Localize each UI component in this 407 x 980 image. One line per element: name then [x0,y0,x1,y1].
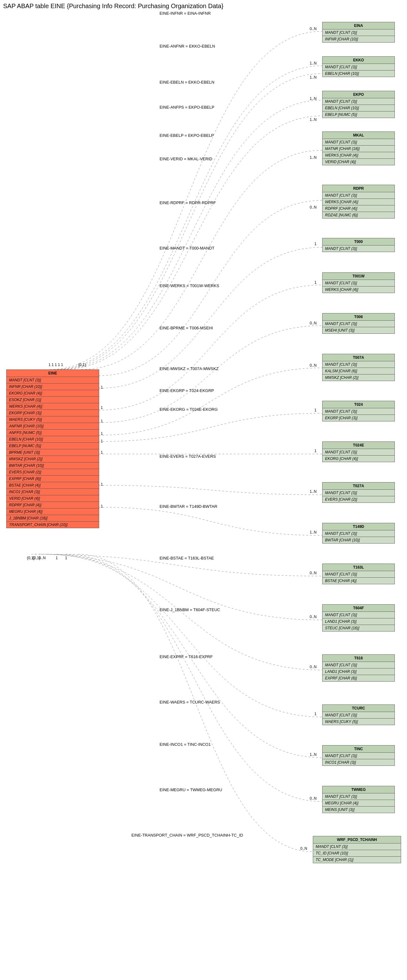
entity-header: EINE [6,370,99,377]
entity-field: TRANSPORT_CHAIN [CHAR (10)] [6,522,99,528]
entity-t163l: T163LMANDT [CLNT (3)]BSTAE [CHAR (4)] [322,563,395,584]
entity-t006: T006MANDT [CLNT (3)]MSEHI [UNIT (3)] [322,313,395,334]
entity-field: MANDT [CLNT (3)] [323,64,394,70]
entity-field: EBELP [NUMC (5)] [323,111,394,118]
cardinality-source: 1 [101,431,103,436]
entity-field: MANDT [CLNT (3)] [313,843,401,850]
entity-field: ANFPS [NUMC (5)] [6,430,99,436]
entity-field: MANDT [CLNT (3)] [323,612,394,618]
entity-twmeg: TWMEGMANDT [CLNT (3)]MEGRU [CHAR (4)]MEI… [322,786,395,813]
entity-wrf_pscd_tchainh: WRF_PSCD_TCHAINHMANDT [CLNT (3)]TC_ID [C… [313,836,401,863]
cardinality-target: 1..N [310,489,317,494]
relation-label: EINE-BWTAR = T149D-BWTAR [160,504,217,509]
cardinality-target: 0..N [310,27,317,31]
entity-header: T616 [323,655,394,662]
cardinality-target: 1..N [310,155,317,160]
cardinality-source: 1 [101,419,103,423]
cardinality-target: 0..N [310,205,317,210]
entity-field: MWSKZ [CHAR (2)] [6,456,99,463]
cardinality-target: 1 [314,712,317,716]
entity-header: T024E [323,442,394,449]
entity-field: EVERS [CHAR (2)] [6,469,99,476]
entity-rdpr: RDPRMANDT [CLNT (3)]WERKS [CHAR (4)]RDPR… [322,185,395,218]
entity-header: EKPO [323,91,394,98]
cardinality-source: 1 [55,363,57,367]
entity-field: WERKS [CHAR (4)] [323,199,394,205]
entity-ekpo: EKPOMANDT [CLNT (3)]EBELN [CHAR (10)]EBE… [322,91,395,118]
entity-header: T027A [323,482,394,490]
entity-t024e: T024EMANDT [CLNT (3)]EKORG [CHAR (4)] [322,441,395,462]
entity-field: INCO1 [CHAR (3)] [323,759,394,765]
cardinality-target: 1..N [310,75,317,80]
entity-header: WRF_PSCD_TCHAINH [313,836,401,843]
entity-field: EBELN [CHAR (10)] [6,436,99,443]
entity-field: VERID [CHAR (4)] [323,159,394,165]
cardinality-target: 1..N [310,752,317,757]
entity-field: MANDT [CLNT (3)] [323,530,394,537]
cardinality-target: 0..N [310,321,317,325]
entity-header: T024 [323,401,394,408]
entity-field: MANDT [CLNT (3)] [323,408,394,415]
relation-label: EINE-MEGRU = TWMEG-MEGRU [160,788,222,792]
entity-field: RDPRF [CHAR (4)] [6,502,99,509]
cardinality-target: 0..N [310,363,317,368]
cardinality-target: 1..N [310,530,317,535]
entity-field: RDPRF [CHAR (4)] [323,205,394,212]
entity-tinc: TINCMANDT [CLNT (3)]INCO1 [CHAR (3)] [322,745,395,766]
entity-field: INCO1 [CHAR (3)] [6,489,99,495]
entity-t007a: T007AMANDT [CLNT (3)]KALSM [CHAR (6)]MWS… [322,354,395,381]
entity-field: EXPRF [CHAR (8)] [323,675,394,681]
entity-t024: T024MANDT [CLNT (3)]EKGRP [CHAR (3)] [322,401,395,422]
relation-label: EINE-TRANSPORT_CHAIN = WRF_PSCD_TCHAINH-… [131,833,243,838]
relation-label: EINE-BSTAE = T163L-BSTAE [160,556,214,560]
cardinality-source: 1 [101,504,103,509]
entity-field: LAND1 [CHAR (3)] [323,668,394,675]
cardinality-source: 1 [101,406,103,410]
entity-header: T006 [323,313,394,321]
relation-label: EINE-J_1BNBM = T604F-STEUC [160,608,220,612]
entity-field: J_1BNBM [CHAR (16)] [6,515,99,522]
cardinality-source: 1 [101,439,103,443]
relation-label: EINE-EXPRF = T616-EXPRF [160,654,213,659]
entity-t616: T616MANDT [CLNT (3)]LAND1 [CHAR (3)]EXPR… [322,654,395,682]
cardinality-target: 0..N [310,665,317,669]
entity-field: BSTAE [CHAR (4)] [323,578,394,584]
entity-field: ESOKZ [CHAR (1)] [6,397,99,403]
cardinality-target: 1 [314,408,317,412]
entity-field: EKGRP [CHAR (3)] [6,410,99,417]
relation-label: EINE-EKGRP = T024-EKGRP [160,388,214,393]
relation-label: EINE-EBELP = EKPO-EBELP [160,133,214,138]
entity-eina: EINAMANDT [CLNT (3)]INFNR [CHAR (10)] [322,22,395,43]
entity-header: RDPR [323,185,394,192]
cardinality-target: 0..N [310,571,317,575]
cardinality-source: 1 [101,482,103,487]
entity-field: MANDT [CLNT (3)] [323,29,394,36]
entity-field: MANDT [CLNT (3)] [323,571,394,578]
relation-label: EINE-EVERS = T027A-EVERS [160,454,216,459]
entity-field: INFNR [CHAR (10)] [323,36,394,42]
entity-field: MSEHI [UNIT (3)] [323,327,394,333]
entity-t027a: T027AMANDT [CLNT (3)]EVERS [CHAR (2)] [322,482,395,503]
entity-field: INFNR [CHAR (10)] [6,383,99,390]
relation-label: EINE-EBELN = EKKO-EBELN [160,80,214,84]
entity-field: MANDT [CLNT (3)] [323,662,394,668]
entity-header: T149D [323,523,394,530]
entity-field: LAND1 [CHAR (3)] [323,618,394,625]
entity-header: TINC [323,746,394,752]
entity-field: EKORG [CHAR (4)] [6,390,99,397]
entity-header: EINA [323,22,394,29]
entity-field: WERKS [CHAR (4)] [6,403,99,410]
cardinality-source: 1 [101,385,103,390]
cardinality-source: 1 [49,363,51,367]
entity-field: EKGRP [CHAR (3)] [323,415,394,421]
relation-label: EINE-MANDT = T000-MANDT [160,246,214,250]
entity-field: EVERS [CHAR (2)] [323,496,394,503]
entity-field: MANDT [CLNT (3)] [323,361,394,368]
entity-field: MEGRU [CHAR (4)] [323,800,394,807]
relation-label: EINE-WAERS = TCURC-WAERS [160,700,220,705]
entity-field: STEUC [CHAR (16)] [323,625,394,631]
entity-field: MANDT [CLNT (3)] [6,377,99,383]
cardinality-target: 0..N [310,796,317,800]
entity-field: EBELN [CHAR (10)] [323,105,394,111]
relation-label: EINE-VERID = MKAL-VERID [160,157,212,161]
